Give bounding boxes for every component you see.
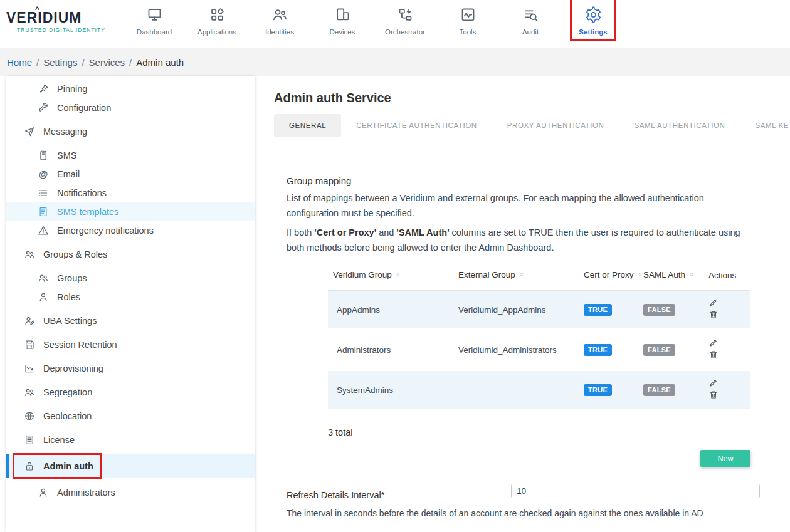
sidebar-item-label: Session Retention	[43, 340, 117, 350]
breadcrumb-item-services[interactable]: Services	[89, 57, 125, 68]
description-bold: 'SAML Auth'	[396, 227, 449, 237]
group-mapping-description-2: If both 'Cert or Proxy' and 'SAML Auth' …	[287, 225, 750, 255]
cell-veridium-group: SystemAdmins	[328, 370, 453, 410]
breadcrumb-item-home[interactable]: Home	[7, 57, 32, 68]
nav-item-tools[interactable]: Tools	[436, 0, 499, 36]
sidebar-item-admin-auth[interactable]: Admin auth	[6, 454, 255, 478]
table-row: SystemAdminsTRUEFALSE	[328, 370, 750, 410]
column-header-cert-or-proxy[interactable]: Cert or Proxy	[579, 264, 638, 291]
phone-icon	[38, 150, 49, 161]
sidebar-item-label: Groups	[57, 273, 87, 283]
edit-button[interactable]	[708, 338, 719, 348]
sidebar-item-label: Roles	[57, 292, 80, 302]
nav-item-label: Settings	[579, 28, 607, 36]
nav-item-audit[interactable]: Audit	[499, 0, 562, 36]
sidebar-item-administrators[interactable]: Administrators	[6, 483, 255, 502]
top-bar: VERIDIUM ^ TRUSTED DIGITAL IDENTITY Dash…	[0, 0, 790, 48]
sidebar-item-deprovisioning[interactable]: Deprovisioning	[6, 359, 255, 378]
tab-saml-authentication[interactable]: SAML AUTHENTICATION	[619, 114, 740, 137]
table-row: AppAdminsVeridiumid_AppAdminsTRUEFALSE	[328, 291, 750, 330]
delete-button[interactable]	[708, 350, 719, 360]
sidebar-item-groups[interactable]: Groups	[6, 269, 255, 288]
logo-tagline: TRUSTED DIGITAL IDENTITY	[6, 27, 105, 33]
sidebar-item-segregation[interactable]: Segregation	[6, 383, 255, 402]
breadcrumb-item-admin-auth: Admin auth	[136, 57, 184, 68]
sidebar-item-messaging[interactable]: Messaging	[6, 122, 255, 141]
sidebar-item-email[interactable]: @Email	[6, 165, 255, 184]
send-icon	[24, 126, 35, 137]
sort-icon[interactable]	[395, 271, 401, 280]
nav-item-orchestrator[interactable]: Orchestrator	[374, 0, 436, 36]
people-icon	[38, 273, 49, 284]
nav-item-identities[interactable]: Identities	[248, 0, 311, 36]
people-icon	[24, 249, 35, 260]
sidebar-item-uba-settings[interactable]: UBA Settings	[6, 311, 255, 330]
column-label: Actions	[708, 271, 736, 280]
pin-icon	[38, 83, 49, 95]
cell-veridium-group: Administrators	[328, 330, 453, 370]
audit-icon	[522, 6, 539, 23]
cell-cert-or-proxy: TRUE	[579, 291, 638, 330]
sidebar-item-label: Groups & Roles	[43, 249, 107, 259]
saml-auth-badge: FALSE	[643, 344, 675, 356]
new-button[interactable]: New	[700, 450, 750, 467]
sidebar-item-label: Admin auth	[43, 461, 93, 471]
chart-down-icon	[24, 363, 35, 374]
nav-item-label: Tools	[460, 28, 477, 36]
sidebar-item-label: License	[43, 435, 75, 445]
edit-button[interactable]	[708, 298, 719, 308]
sidebar-item-groups-roles[interactable]: Groups & Roles	[6, 245, 255, 264]
nav-item-devices[interactable]: Devices	[311, 0, 374, 36]
sidebar-item-emergency-notifications[interactable]: Emergency notifications	[6, 221, 255, 240]
breadcrumb-item-settings[interactable]: Settings	[43, 57, 77, 68]
cell-actions	[703, 291, 750, 330]
cell-saml-auth: FALSE	[638, 330, 703, 370]
saml-auth-badge: FALSE	[643, 304, 675, 316]
refresh-interval-input[interactable]	[511, 484, 760, 498]
refresh-interval-help: The interval in seconds before the detai…	[287, 508, 757, 518]
nav-item-applications[interactable]: Applications	[186, 0, 248, 36]
table-total: 3 total	[328, 427, 750, 437]
sidebar-item-label: Segregation	[43, 387, 92, 397]
tab-proxy-authentication[interactable]: PROXY AUTHENTICATION	[492, 114, 619, 137]
sidebar-item-pinning[interactable]: Pinning	[6, 80, 255, 98]
sidebar-item-session-retention[interactable]: Session Retention	[6, 335, 255, 354]
sort-icon[interactable]	[688, 271, 695, 280]
top-nav: DashboardApplicationsIdentitiesDevicesOr…	[123, 0, 624, 36]
column-header-external-group[interactable]: External Group	[453, 264, 579, 291]
nav-item-settings[interactable]: Settings	[562, 0, 624, 36]
sort-icon[interactable]	[519, 271, 525, 280]
delete-button[interactable]	[708, 390, 719, 400]
sidebar-item-label: Configuration	[57, 103, 111, 113]
column-label: External Group	[458, 270, 515, 279]
sort-icon[interactable]	[637, 271, 643, 280]
sidebar-item-sms-templates[interactable]: SMS templates	[6, 202, 255, 221]
refresh-interval-section: Refresh Details Interval* The interval i…	[274, 477, 790, 518]
sidebar-item-roles[interactable]: Roles	[6, 288, 255, 306]
edit-button[interactable]	[708, 378, 719, 388]
sidebar-item-notifications[interactable]: Notifications	[6, 184, 255, 202]
column-header-veridium-group[interactable]: Veridium Group	[328, 264, 453, 291]
tab-certificate-authentication[interactable]: CERTIFICATE AUTHENTICATION	[341, 114, 492, 137]
tab-general[interactable]: GENERAL	[274, 114, 341, 137]
cell-cert-or-proxy: TRUE	[579, 370, 638, 410]
sidebar-item-configuration[interactable]: Configuration	[6, 98, 255, 117]
tab-saml-ke[interactable]: SAML KE	[740, 114, 790, 137]
sidebar-item-license[interactable]: License	[6, 430, 255, 449]
cell-actions	[703, 370, 750, 410]
sidebar-item-label: Administrators	[57, 488, 115, 498]
tab-bar: GENERALCERTIFICATE AUTHENTICATIONPROXY A…	[274, 114, 790, 137]
warning-icon	[38, 225, 49, 236]
group-mapping-table: Veridium GroupExternal GroupCert or Prox…	[328, 264, 750, 411]
table-row: AdministratorsVeridiumid_AdministratorsT…	[328, 330, 750, 370]
sidebar-item-geolocation[interactable]: Geolocation	[6, 407, 255, 425]
delete-button[interactable]	[708, 310, 719, 320]
sidebar-item-sms[interactable]: SMS	[6, 146, 255, 165]
pulse-icon	[460, 6, 477, 23]
logo-wordmark: VERIDIUM	[6, 9, 105, 26]
column-label: Veridium Group	[333, 270, 392, 279]
refresh-interval-label: Refresh Details Interval*	[287, 490, 384, 500]
group-mapping-description-1: List of mappings between a Veridium and …	[287, 190, 750, 221]
nav-item-dashboard[interactable]: Dashboard	[123, 0, 186, 36]
column-header-saml-auth[interactable]: SAML Auth	[638, 264, 703, 291]
